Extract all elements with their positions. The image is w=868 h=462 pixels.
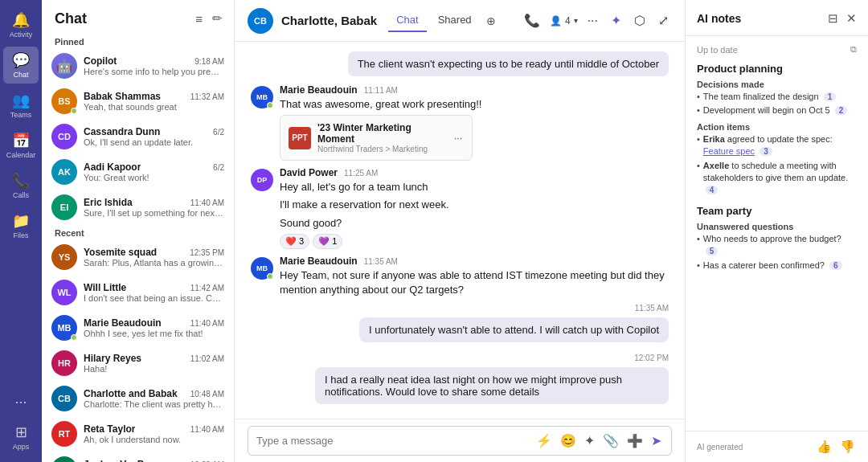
notes-badge-2: 2: [835, 106, 848, 115]
audio-call-button[interactable]: 📞: [521, 10, 543, 31]
files-icon: 📁: [12, 212, 30, 230]
nav-item-teams[interactable]: 👥 Teams: [3, 87, 39, 124]
attach-button[interactable]: ➕: [625, 431, 645, 450]
chat-preview-yosemite: Sarah: Plus, Atlanta has a growing tech …: [84, 258, 224, 268]
input-icons: ⚡ 😊 ✦ 📎 ➕ ➤: [534, 431, 663, 450]
messages-area: The client wasn't expecting us to be rea…: [235, 42, 685, 419]
notes-copy-icon[interactable]: ⧉: [850, 44, 857, 55]
chat-item-joshua[interactable]: JV Joshua VanBuren 10:29 AM Thanks for r…: [42, 452, 234, 462]
feedback-icons: 👍 👎: [815, 438, 857, 456]
chat-item-yosemite[interactable]: YS Yosemite squad 12:35 PM Sarah: Plus, …: [42, 239, 234, 275]
msg-time-self-2: 12:02 PM: [251, 354, 669, 362]
avatar-msg-marie-2: MB: [251, 257, 273, 280]
more-options-button[interactable]: ···: [584, 10, 601, 31]
chat-item-cassandra[interactable]: CD Cassandra Dunn 6/2 Ok, I'll send an u…: [42, 119, 234, 154]
msg-time-marie-1: 11:11 AM: [364, 86, 398, 95]
chat-name-hilary: Hilary Reyes: [84, 353, 141, 364]
chat-item-aadi[interactable]: AK Aadi Kapoor 6/2 You: Great work!: [42, 154, 234, 190]
chat-time-yosemite: 12:35 PM: [190, 248, 224, 257]
chat-item-reta[interactable]: RT Reta Taylor 11:40 AM Ah, ok I underst…: [42, 416, 234, 452]
avatar-msg-marie: MB: [251, 86, 273, 108]
chat-preview-reta: Ah, ok I understand now.: [84, 435, 224, 444]
chat-item-hilary[interactable]: HR Hilary Reyes 11:02 AM Haha!: [42, 345, 234, 381]
notes-badge-1: 1: [824, 92, 837, 101]
avatar-charlotte-babak: CB: [51, 386, 77, 411]
send-button[interactable]: ➤: [649, 431, 663, 450]
chat-item-charlotte-babak[interactable]: CB Charlotte and Babak 10:48 AM Charlott…: [42, 381, 234, 416]
message-row-marie-2: MB Marie Beaudouin 11:35 AM Hey Team, no…: [251, 256, 669, 297]
feature-spec-link[interactable]: Feature spec: [703, 146, 755, 156]
nav-item-calendar[interactable]: 📅 Calendar: [3, 127, 39, 164]
calls-icon: 📞: [12, 172, 30, 190]
avatar-eric: EI: [51, 194, 77, 220]
message-row-self-2: I had a really neat idea last night on h…: [251, 367, 669, 404]
chat-item-babak[interactable]: BS Babak Shammas 11:32 AM Yeah, that sou…: [42, 84, 234, 119]
chat-item-marie[interactable]: MB Marie Beaudouin 11:40 AM Ohhh I see, …: [42, 310, 234, 345]
notes-item-action-1: Erika agreed to update the spec: Feature…: [697, 133, 857, 158]
emoji-button[interactable]: 😊: [559, 431, 578, 450]
more-icon: ···: [14, 394, 27, 411]
notes-section-product: Product planning: [697, 63, 857, 75]
meet-button[interactable]: 📎: [601, 431, 620, 450]
format-button[interactable]: ⚡: [534, 431, 554, 450]
chat-name-reta: Reta Taylor: [84, 423, 135, 435]
new-chat-button[interactable]: ✏: [211, 10, 224, 27]
reaction-count-purple: 1: [332, 236, 337, 246]
chat-time-aadi: 6/2: [213, 163, 224, 172]
add-tab-button[interactable]: ⊕: [483, 9, 499, 32]
chat-time-eric: 11:40 AM: [190, 198, 224, 207]
chat-list-panel: Chat ≡ ✏ Pinned 🤖 Copilot 9:18 AM Here's…: [42, 0, 235, 462]
notes-badge-4: 4: [706, 186, 719, 194]
filter-button[interactable]: ≡: [194, 10, 204, 27]
chat-name-aadi: Aadi Kapoor: [84, 161, 141, 173]
chat-list-title: Chat: [55, 10, 87, 27]
chat-name-cassandra: Cassandra Dunn: [84, 126, 160, 137]
chat-item-eric[interactable]: EI Eric Ishida 11:40 AM Sure, I'll set u…: [42, 190, 234, 225]
notes-item-unanswered-2: Has a caterer been confirmed? 6: [697, 260, 857, 272]
ai-notes-close-button[interactable]: ✕: [845, 10, 858, 27]
reaction-purple-heart[interactable]: 💜 1: [313, 234, 342, 249]
thumbs-up-button[interactable]: 👍: [815, 438, 833, 456]
ai-notes-header: AI notes ⊟ ✕: [686, 0, 868, 36]
nav-item-activity[interactable]: 🔔 Activity: [3, 6, 39, 43]
chat-item-copilot[interactable]: 🤖 Copilot 9:18 AM Here's some info to he…: [42, 48, 234, 84]
nav-item-more[interactable]: ···: [3, 389, 39, 415]
avatar-will: WL: [51, 280, 77, 305]
chat-time-hilary: 11:02 AM: [190, 354, 224, 363]
message-row-self-1: I unfortunately wasn't able to attend. I…: [251, 317, 669, 342]
message-row-self-0: The client wasn't expecting us to be rea…: [251, 51, 669, 76]
msg-sender-marie: Marie Beaudouin: [280, 84, 358, 96]
chat-time-babak: 11:32 AM: [190, 92, 224, 101]
notes-item-unanswered-1: Who needs to approve the budget? 5: [697, 233, 857, 258]
msg-content-marie-1: Marie Beaudouin 11:11 AM That was awesom…: [280, 84, 669, 161]
participants-button[interactable]: 👤 4 ▾: [550, 15, 578, 27]
attachment-more-button[interactable]: ···: [452, 131, 464, 145]
tab-shared[interactable]: Shared: [430, 9, 480, 32]
nav-item-apps[interactable]: ⊞ Apps: [3, 419, 39, 456]
tab-chat[interactable]: Chat: [388, 9, 426, 32]
chat-header-actions: 📞 👤 4 ▾ ··· ✦ ⬡ ⤢: [521, 10, 672, 31]
people-icon: 👤: [550, 15, 562, 27]
message-input[interactable]: [256, 435, 528, 447]
chat-item-info-babak: Babak Shammas 11:32 AM Yeah, that sounds…: [84, 91, 224, 112]
share-screen-button[interactable]: ⬡: [631, 10, 649, 31]
popout-button[interactable]: ⤢: [655, 10, 672, 31]
thumbs-down-button[interactable]: 👎: [838, 438, 857, 456]
copilot-button[interactable]: ✦: [608, 10, 624, 31]
nav-label-activity: Activity: [10, 31, 33, 39]
chat-icon: 💬: [12, 51, 30, 69]
notes-item-action-2: Axelle to schedule a meeting with stakeh…: [697, 160, 857, 197]
chat-time-cassandra: 6/2: [213, 128, 224, 137]
chat-name-marie: Marie Beaudouin: [84, 317, 162, 329]
nav-item-calls[interactable]: 📞 Calls: [3, 167, 39, 204]
reaction-heart[interactable]: ❤️ 3: [280, 234, 309, 249]
ai-notes-settings-button[interactable]: ⊟: [826, 10, 840, 27]
nav-item-chat[interactable]: 💬 Chat: [3, 47, 39, 84]
sticker-button[interactable]: ✦: [583, 431, 596, 450]
attachment-card-marie[interactable]: PPT '23 Winter Marketing Moment Northwin…: [280, 115, 473, 161]
message-row-marie-1: MB Marie Beaudouin 11:11 AM That was awe…: [251, 84, 669, 161]
chat-item-will[interactable]: WL Will Little 11:42 AM I don't see that…: [42, 275, 234, 310]
msg-time-self-1: 11:35 AM: [251, 304, 669, 313]
ai-notes-footer: AI generated 👍 👎: [686, 431, 868, 462]
nav-item-files[interactable]: 📁 Files: [3, 207, 39, 244]
